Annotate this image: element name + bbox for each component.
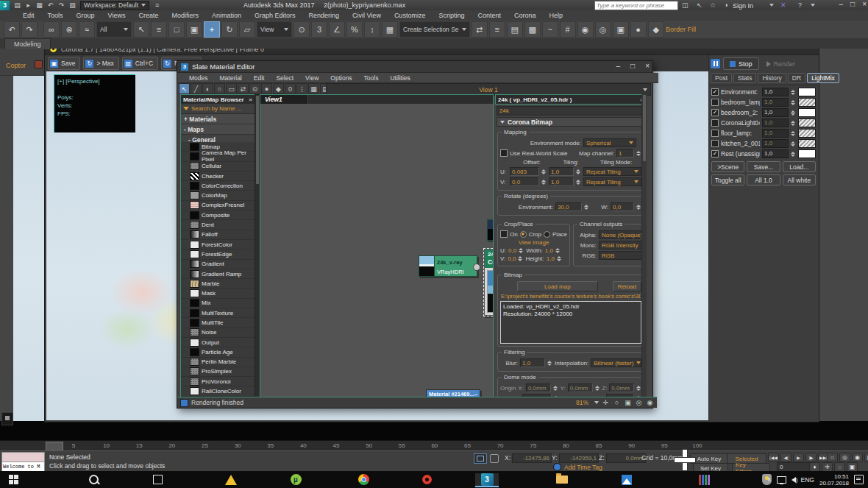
orbit-icon[interactable]: ◉ — [852, 453, 863, 462]
lightmix-checkbox[interactable]: ✓ — [711, 109, 719, 116]
viewport-strip[interactable] — [13, 49, 44, 421]
utorrent-icon[interactable]: µ — [287, 473, 305, 486]
all-white-button[interactable]: All white — [783, 174, 816, 185]
new-file-icon[interactable]: ▤ — [13, 1, 22, 10]
isolate-selection-icon[interactable] — [474, 453, 487, 464]
zoom-icon[interactable]: ○ — [613, 399, 621, 407]
menu-item[interactable]: Group — [70, 12, 102, 19]
view-image-button[interactable]: View Image — [519, 239, 549, 246]
browser-item[interactable]: Cellular — [181, 162, 255, 171]
lightmix-checkbox[interactable]: ✓ — [711, 88, 719, 96]
slate-menu-item[interactable]: Options — [324, 74, 357, 82]
percent-snap-icon[interactable]: % — [346, 21, 363, 38]
x-coordinate-field[interactable]: -12475,86 — [512, 453, 552, 463]
spinner-arrows-icon[interactable] — [791, 121, 796, 126]
menu-item[interactable]: Help — [542, 12, 569, 19]
slate-menu-item[interactable]: Select — [270, 74, 299, 82]
spinner-arrows-icon[interactable] — [791, 141, 796, 146]
menu-item[interactable]: Corona — [508, 12, 543, 19]
browser-item[interactable]: Gradient Ramp — [181, 269, 255, 279]
vfb-tab[interactable]: Stats — [733, 73, 756, 83]
lightmix-color-swatch[interactable] — [798, 119, 816, 127]
viewport-label[interactable]: [+] [Perspective] — [57, 78, 100, 85]
all-10-button[interactable]: All 1.0 — [747, 174, 780, 185]
binoculars-search-icon[interactable]: ◫ — [682, 1, 689, 9]
spinner-arrows-icon[interactable] — [584, 205, 589, 210]
ribbon-tab-modeling[interactable]: Modeling — [4, 38, 51, 49]
speaker-icon[interactable] — [791, 477, 796, 483]
layout-all-icon[interactable]: ⊙ — [249, 83, 260, 94]
graphite-icon[interactable]: ▩ — [524, 21, 541, 38]
named-selection-icon[interactable]: ▦ — [382, 21, 398, 38]
spinner-arrows-icon[interactable] — [791, 152, 796, 157]
vfb-copy-button[interactable]: ▥ Ctrl+C — [122, 57, 158, 70]
show-preview-icon[interactable]: ● — [261, 83, 272, 94]
cursor-help-icon[interactable]: ↖ — [697, 1, 702, 9]
map-channel-field[interactable]: 1 — [616, 149, 634, 158]
snap-toggle-icon[interactable]: 3 — [311, 21, 327, 38]
slate-menu-item[interactable]: Material — [214, 74, 248, 82]
y-coordinate-field[interactable]: -142959,1 — [559, 453, 599, 463]
spinner-arrows-icon[interactable] — [636, 151, 641, 156]
hide-unused-icon[interactable]: ◐ — [202, 83, 213, 94]
slate-close-button[interactable]: × — [645, 62, 650, 70]
spinner-arrows-icon[interactable] — [636, 205, 641, 210]
rect-selection-icon[interactable]: □ — [168, 21, 185, 38]
v-offset-field[interactable]: 0,0 — [510, 177, 539, 186]
crop-radio[interactable] — [520, 231, 527, 238]
zoom-chevron-icon[interactable] — [594, 401, 599, 404]
real-world-scale-checkbox[interactable] — [500, 149, 508, 157]
origin-y-field[interactable]: 0,0mm — [568, 383, 593, 392]
v-tiling-field[interactable]: 1,0 — [549, 177, 574, 186]
output-socket[interactable] — [473, 264, 480, 271]
file-explorer-icon[interactable] — [553, 473, 571, 486]
interpolation-dropdown[interactable]: Bilinear (faster) — [591, 358, 641, 367]
menu-item[interactable]: Edit — [16, 12, 41, 19]
render-teapot-icon[interactable]: ◆ — [648, 21, 664, 38]
mono-dropdown[interactable]: RGB Intensity — [599, 241, 647, 250]
rotate-icon[interactable]: ↻ — [221, 21, 238, 38]
node-24k-vray[interactable]: 24k_v-ray VRayHDRI — [419, 255, 477, 277]
project-folder-icon[interactable]: ▧ — [68, 1, 77, 10]
browser-search-field[interactable]: Search by Name ... — [181, 104, 255, 114]
browser-close-icon[interactable]: × — [249, 96, 252, 103]
maximize-viewport-icon[interactable]: ▦ — [864, 453, 868, 462]
zero-icon[interactable]: 0 — [285, 83, 296, 94]
sep[interactable] — [39, 22, 42, 37]
lightmix-color-swatch[interactable] — [798, 149, 816, 158]
browser-item[interactable]: ProSimplex — [181, 367, 255, 377]
slate-maximize-button[interactable]: □ — [630, 62, 635, 70]
node-view-canvas[interactable]: View1 night_pg_2003 CoronaBitmap 24k_v-r… — [260, 94, 494, 398]
close-button[interactable]: × — [862, 0, 867, 8]
save-lightmix-button[interactable]: Save... — [747, 161, 780, 172]
redo-icon[interactable]: ↷ — [21, 21, 38, 38]
user-icon[interactable]: ◗ — [725, 1, 728, 9]
browser-item[interactable]: Mix — [181, 299, 255, 308]
place-radio[interactable] — [544, 231, 550, 238]
slate-menu-item[interactable]: Utilities — [384, 74, 416, 82]
menu-item[interactable]: Tools — [41, 12, 70, 19]
zoom-region-icon[interactable]: ▣ — [624, 399, 632, 407]
spinner-arrows-icon[interactable] — [791, 100, 796, 105]
render-button[interactable]: Render — [762, 58, 800, 69]
menu-item[interactable]: Scripting — [432, 12, 471, 19]
delete-selected-icon[interactable]: ▭ — [226, 83, 237, 94]
start-button[interactable] — [4, 473, 22, 486]
origin-x-field[interactable]: 0,0mm — [526, 383, 551, 392]
lightmix-value-field[interactable]: 1,0 — [762, 119, 789, 127]
view1-tab[interactable]: View1 — [260, 95, 308, 104]
spinner-arrows-icon[interactable] — [519, 248, 524, 253]
antivirus-icon[interactable] — [222, 473, 240, 486]
layer-manager-icon[interactable]: ▤ — [507, 21, 523, 38]
zoom-viewport-icon[interactable]: ○ — [827, 453, 838, 462]
menu-item[interactable]: Modifiers — [165, 12, 205, 19]
workspace-menu-icon[interactable]: ≡ — [152, 1, 162, 10]
browser-item[interactable]: MultiTile — [181, 318, 255, 328]
align-icon[interactable]: ≡ — [489, 21, 505, 38]
lightmix-color-swatch[interactable] — [798, 139, 816, 148]
sign-in-chevron-icon[interactable] — [769, 4, 774, 7]
load-map-button[interactable]: Load map — [517, 281, 598, 291]
crop-v-value[interactable]: 0,0 — [508, 255, 516, 262]
add-time-tag[interactable]: Add Time Tag — [553, 463, 602, 471]
slate-minimize-button[interactable]: – — [616, 62, 621, 70]
